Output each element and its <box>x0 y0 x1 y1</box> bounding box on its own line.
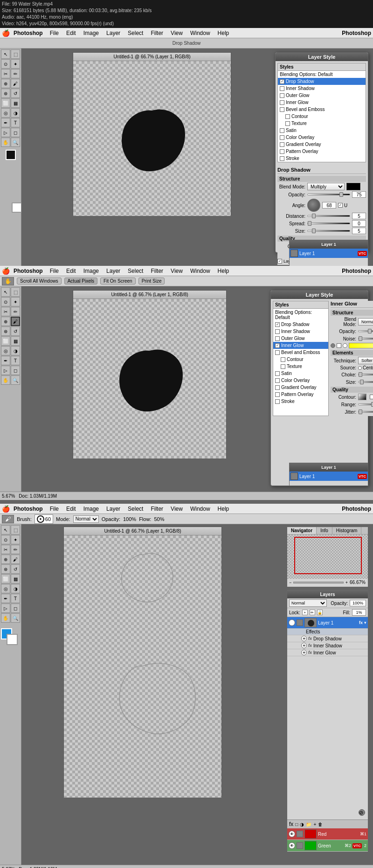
layer-item-red[interactable]: 👁 Red ⌘1 <box>287 828 368 840</box>
tool-3-move[interactable]: ↖ <box>1 525 10 535</box>
ig-range-slider[interactable] <box>358 403 373 405</box>
tool-2-eraser[interactable]: ⬜ <box>1 336 10 346</box>
ds-blend-select[interactable]: Multiply <box>307 183 345 190</box>
tool-3-magic[interactable]: ✦ <box>11 535 20 544</box>
ig-size-slider[interactable] <box>358 381 373 383</box>
style2-blending[interactable]: Blending Options: Default <box>273 309 328 321</box>
layer-delete-btn[interactable]: 🗑 <box>318 822 323 827</box>
menu-select[interactable]: Select <box>126 30 145 36</box>
ds-color-swatch[interactable] <box>346 183 360 190</box>
menu-file-2[interactable]: File <box>48 268 60 274</box>
menu-edit-2[interactable]: Edit <box>65 268 77 274</box>
tool-2-move[interactable]: ↖ <box>1 287 10 297</box>
ig-tech-select[interactable]: Softer <box>358 357 373 364</box>
tool-3-gradient[interactable]: ▦ <box>11 574 20 583</box>
style2-pattern-overlay[interactable]: Pattern Overlay <box>273 391 328 398</box>
menu-view-3[interactable]: View <box>169 506 184 512</box>
menu-edit[interactable]: Edit <box>65 30 77 36</box>
fit-screen-btn[interactable]: Fit On Screen <box>100 278 136 285</box>
ig-opacity-slider[interactable] <box>358 330 373 332</box>
menu-image-3[interactable]: Image <box>82 506 100 512</box>
scroll-all-btn[interactable]: Scroll All Windows <box>17 278 62 285</box>
layer-new-btn[interactable]: + <box>313 822 316 827</box>
style2-inner-shadow[interactable]: Inner Shadow <box>273 328 328 335</box>
tool-3-text[interactable]: T <box>11 594 20 603</box>
ds-opacity-input[interactable] <box>352 191 366 198</box>
layer-item-green[interactable]: 👁 Green ⌘2 VTC 2 <box>287 840 368 852</box>
fill-input[interactable] <box>352 609 366 616</box>
tool-3-brush[interactable]: 🖌 <box>11 555 20 564</box>
actual-pixels-btn[interactable]: Actual Pixels <box>64 278 97 285</box>
tool-3-crop[interactable]: ✂ <box>1 545 10 554</box>
apple-logo[interactable]: 🍎 <box>2 29 10 37</box>
style-bevel[interactable]: Bevel and Emboss <box>278 106 366 113</box>
tool-text[interactable]: T <box>11 118 20 127</box>
menu-image[interactable]: Image <box>82 30 100 36</box>
nav-zoom-icon-minus[interactable]: − <box>289 580 291 585</box>
style-texture[interactable]: Texture <box>278 120 366 127</box>
menu-layer-2[interactable]: Layer <box>105 268 122 274</box>
menu-select-2[interactable]: Select <box>126 268 145 274</box>
style-drop-shadow[interactable]: ✓ Drop Shadow <box>278 78 366 85</box>
ig-jitter-slider[interactable] <box>358 411 373 413</box>
layers-mode-select[interactable]: Normal <box>289 599 327 607</box>
tool-gradient[interactable]: ▦ <box>11 98 20 108</box>
ds-size-slider[interactable] <box>307 230 350 232</box>
eye-effect-ig[interactable]: 👁 <box>301 650 307 655</box>
ds-opacity-slider[interactable] <box>307 194 350 195</box>
tool-3-pen[interactable]: ✒ <box>1 594 10 603</box>
tool-2-hand[interactable]: ✋ <box>1 375 10 385</box>
style2-texture[interactable]: Texture <box>273 363 328 370</box>
tool-eyedrop[interactable]: ✏ <box>11 69 20 78</box>
lock-all-btn[interactable]: 🔒 <box>317 610 323 615</box>
style2-bevel[interactable]: Bevel and Emboss <box>273 349 328 356</box>
ig-aa-cb[interactable] <box>370 395 373 399</box>
ds-spread-slider[interactable] <box>307 222 350 224</box>
style-outer-glow[interactable]: Outer Glow <box>278 92 366 99</box>
tool-2-select[interactable]: ⬚ <box>11 287 20 297</box>
menu-help-3[interactable]: Help <box>216 506 231 512</box>
style-inner-glow[interactable]: Inner Glow <box>278 99 366 106</box>
ig-blend-select[interactable]: Normal <box>358 318 373 326</box>
ig-contour-thumb[interactable] <box>358 394 366 400</box>
tool-select[interactable]: ⬚ <box>11 49 20 59</box>
ds-distance-input[interactable] <box>352 213 366 219</box>
tool-blur[interactable]: ◎ <box>1 108 10 118</box>
app-name[interactable]: Photoshop <box>14 30 43 36</box>
lock-position-btn[interactable]: + <box>302 610 308 615</box>
style-color-overlay[interactable]: Color Overlay <box>278 134 366 141</box>
nav-tab-navigator[interactable]: Navigator <box>287 527 317 534</box>
layer-adj-btn[interactable]: ◑ <box>300 822 304 827</box>
ds-angle-dial[interactable] <box>307 199 320 212</box>
ds-angle-input[interactable] <box>322 202 336 208</box>
tool-2-dodge[interactable]: ◑ <box>11 346 20 355</box>
ds-spread-input[interactable] <box>352 220 366 227</box>
ig-center-radio[interactable]: Center <box>358 365 373 370</box>
tool-2-lasso[interactable]: ⊙ <box>1 297 10 306</box>
tool-3-dodge[interactable]: ◑ <box>11 584 20 593</box>
menu-help-2[interactable]: Help <box>216 268 231 274</box>
style-inner-shadow[interactable]: Inner Shadow <box>278 85 366 92</box>
brush-size-control[interactable]: ● 60 <box>35 514 53 524</box>
layer-expand-icon[interactable]: ▾ <box>364 620 366 625</box>
menu-image-2[interactable]: Image <box>82 268 100 274</box>
menu-view[interactable]: View <box>169 30 184 36</box>
tool-shape[interactable]: ◻ <box>11 128 20 137</box>
menu-filter[interactable]: Filter <box>149 30 165 36</box>
style2-outer-glow[interactable]: Outer Glow <box>273 335 328 342</box>
lock-image-btn[interactable]: ✏ <box>310 610 315 615</box>
menu-file-3[interactable]: File <box>48 506 60 512</box>
style2-drop-shadow[interactable]: ✓ Drop Shadow <box>273 321 328 328</box>
apple-logo-3[interactable]: 🍎 <box>2 505 10 513</box>
ig-noise-slider[interactable] <box>358 338 373 340</box>
tool-3-lasso[interactable]: ⊙ <box>1 535 10 544</box>
tool-2-blur[interactable]: ◎ <box>1 346 10 355</box>
layer-row-1[interactable]: Layer 1 VTC <box>290 249 368 258</box>
eye-effect-ds[interactable]: 👁 <box>301 636 307 641</box>
menu-file[interactable]: File <box>48 30 60 36</box>
ds-size-input[interactable] <box>352 228 366 234</box>
eye-icon-layer1[interactable]: 👁 <box>289 619 295 626</box>
ds-lk-cb[interactable]: ✓ <box>277 259 282 264</box>
ig-radio2[interactable] <box>343 343 347 348</box>
tool-heal[interactable]: ⊕ <box>1 79 10 88</box>
